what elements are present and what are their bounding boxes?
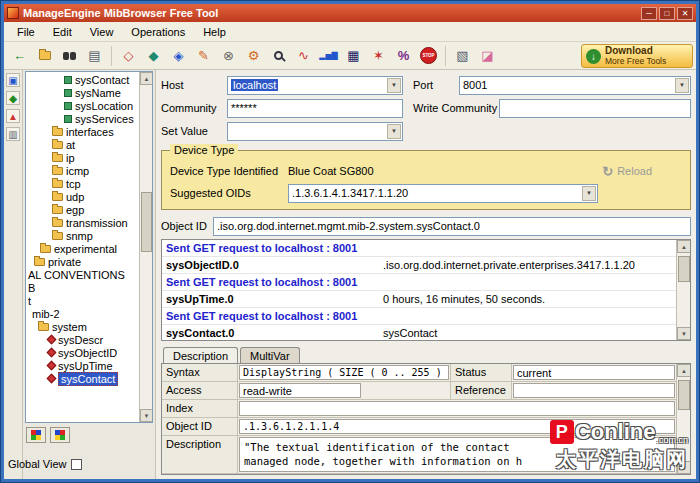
tree-item-selected[interactable]: sysContact <box>26 372 139 385</box>
search-icon[interactable] <box>267 45 290 67</box>
results-scrollbar[interactable]: ▲ ▼ <box>676 240 690 340</box>
minimize-button[interactable]: ─ <box>641 7 657 20</box>
result-request-row[interactable]: Sent GET request to localhost : 8001 <box>162 240 676 257</box>
close-button[interactable]: ✕ <box>677 7 693 20</box>
tree-item[interactable]: interfaces <box>26 125 139 138</box>
menu-view[interactable]: View <box>81 24 123 40</box>
scroll-down-icon[interactable]: ▼ <box>140 409 153 422</box>
maximize-button[interactable]: □ <box>659 7 675 20</box>
chevron-down-icon[interactable]: ▼ <box>387 124 401 139</box>
tree-item[interactable]: egp <box>26 203 139 216</box>
clear-icon[interactable]: ⊗ <box>217 45 240 67</box>
suggested-oids-combobox[interactable]: .1.3.6.1.4.1.3417.1.1.20 ▼ <box>288 184 598 203</box>
get-next-icon[interactable]: ◆ <box>142 45 165 67</box>
result-request-row[interactable]: Sent GET request to localhost : 8001 <box>162 308 676 325</box>
tree-item[interactable]: system <box>26 320 139 333</box>
tab-multivar[interactable]: MultiVar <box>240 347 300 363</box>
tree-item[interactable]: sysLocation <box>26 99 139 112</box>
scroll-up-icon[interactable]: ▲ <box>140 72 153 85</box>
results-list[interactable]: Sent GET request to localhost : 8001 sys… <box>162 240 676 340</box>
tree-item[interactable]: icmp <box>26 164 139 177</box>
access-label: Access <box>162 382 238 400</box>
global-view-checkbox[interactable] <box>71 459 82 470</box>
settings-icon[interactable]: ⚙ <box>242 45 265 67</box>
tree-item[interactable]: private <box>26 255 139 268</box>
get-icon[interactable]: ◇ <box>117 45 140 67</box>
download-more-tools-button[interactable]: ↓ Download More Free Tools <box>581 44 693 68</box>
tree-item[interactable]: AL CONVENTIONS <box>26 268 139 281</box>
tree-item[interactable]: sysContact <box>26 73 139 86</box>
scroll-down-icon[interactable]: ▼ <box>677 327 691 340</box>
tree-item[interactable]: tcp <box>26 177 139 190</box>
menu-file[interactable]: File <box>8 24 44 40</box>
tab-description[interactable]: Description <box>163 347 238 363</box>
scroll-up-icon[interactable]: ▲ <box>677 240 691 253</box>
bar-graph-icon[interactable]: ▂▅▇ <box>317 45 340 67</box>
folder-icon <box>52 154 63 162</box>
title-bar[interactable]: ManageEngine MibBrowser Free Tool ─ □ ✕ <box>4 4 696 22</box>
chevron-down-icon[interactable]: ▼ <box>387 78 401 93</box>
description-panel: Syntax DisplayString ( SIZE ( 0 .. 255 )… <box>161 363 691 475</box>
side-icon-3[interactable]: ▲ <box>6 109 20 123</box>
scrollbar-thumb[interactable] <box>141 192 152 252</box>
scroll-up-icon[interactable]: ▲ <box>677 364 691 377</box>
tree-item[interactable]: mib-2 <box>26 307 139 320</box>
result-value-row[interactable]: sysContact.0sysContact <box>162 325 676 340</box>
back-icon[interactable]: ← <box>8 45 31 67</box>
scroll-down-icon[interactable]: ▼ <box>677 461 691 474</box>
description-scrollbar[interactable]: ▲ ▼ <box>676 364 690 474</box>
write-community-field[interactable] <box>499 99 691 118</box>
open-folder-icon[interactable] <box>33 45 56 67</box>
percent-icon[interactable]: % <box>392 45 415 67</box>
community-field[interactable]: ****** <box>227 99 403 118</box>
tree-item[interactable]: sysDescr <box>26 333 139 346</box>
set-value-combobox[interactable]: ▼ <box>227 122 403 141</box>
scrollbar-thumb[interactable] <box>678 380 690 410</box>
tree-vertical-scrollbar[interactable]: ▲ ▼ <box>139 72 152 422</box>
port-combobox[interactable]: 8001 ▼ <box>459 76 691 95</box>
host-combobox[interactable]: localhost ▼ <box>227 76 403 95</box>
tree-item[interactable]: experimental <box>26 242 139 255</box>
chevron-down-icon[interactable]: ▼ <box>582 186 596 201</box>
menu-edit[interactable]: Edit <box>44 24 81 40</box>
tree-view-button-2[interactable] <box>50 427 70 443</box>
tree-item[interactable]: t <box>26 294 139 307</box>
scrollbar-thumb[interactable] <box>678 256 690 282</box>
description-text[interactable]: "The textual identification of the conta… <box>239 437 675 472</box>
result-value-row[interactable]: sysUpTime.00 hours, 16 minutes, 50 secon… <box>162 291 676 308</box>
tree-item[interactable]: ip <box>26 151 139 164</box>
tree-item[interactable]: B <box>26 281 139 294</box>
tree-item[interactable]: sysServices <box>26 112 139 125</box>
menu-operations[interactable]: Operations <box>122 24 194 40</box>
result-request-row[interactable]: Sent GET request to localhost : 8001 <box>162 274 676 291</box>
find-icon[interactable] <box>58 45 81 67</box>
tree-item[interactable]: udp <box>26 190 139 203</box>
side-icon-2[interactable]: ◈ <box>6 91 20 105</box>
tree-item[interactable]: snmp <box>26 229 139 242</box>
tree-item[interactable]: sysObjectID <box>26 346 139 359</box>
tree-item[interactable]: at <box>26 138 139 151</box>
tree-item[interactable]: transmission <box>26 216 139 229</box>
stop-icon[interactable]: STOP <box>417 45 440 67</box>
reload-button[interactable]: ↻ Reload <box>602 164 652 179</box>
result-value-row[interactable]: sysObjectID.0.iso.org.dod.internet.priva… <box>162 257 676 274</box>
line-graph-icon[interactable]: ∿ <box>292 45 315 67</box>
table-view-icon[interactable]: ▦ <box>342 45 365 67</box>
object-id-field[interactable]: .iso.org.dod.internet.mgmt.mib-2.system.… <box>213 217 691 236</box>
tree-item[interactable]: sysUpTime <box>26 359 139 372</box>
erase-icon[interactable]: ◪ <box>476 45 499 67</box>
mib-leaf-icon <box>47 348 57 358</box>
set-icon[interactable]: ✎ <box>192 45 215 67</box>
side-icon-1[interactable]: ▣ <box>6 73 20 87</box>
tree-view-button-1[interactable] <box>26 427 46 443</box>
get-bulk-icon[interactable]: ◈ <box>167 45 190 67</box>
side-icon-4[interactable]: ▥ <box>6 127 20 141</box>
print-icon[interactable]: ▤ <box>83 45 106 67</box>
description-label: Description <box>162 436 238 474</box>
status-value: current <box>513 365 675 380</box>
debug-icon[interactable]: ✶ <box>367 45 390 67</box>
chevron-down-icon[interactable]: ▼ <box>675 78 689 93</box>
tree-item[interactable]: sysName <box>26 86 139 99</box>
menu-help[interactable]: Help <box>194 24 235 40</box>
window-view-icon[interactable]: ▧ <box>451 45 474 67</box>
